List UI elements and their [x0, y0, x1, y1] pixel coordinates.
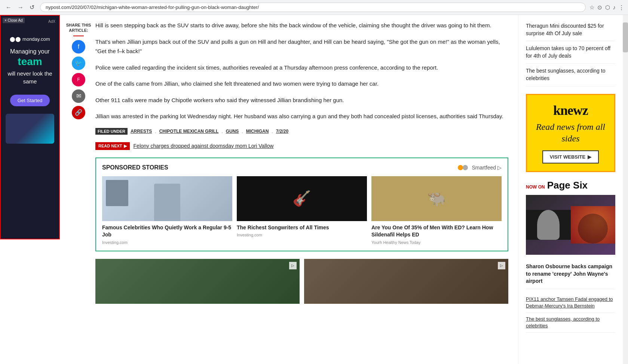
ps-img-right — [571, 206, 616, 244]
card-2-image: 🎸 — [237, 176, 367, 221]
bookmark-icon[interactable]: ☆ — [589, 4, 594, 11]
knewz-ad: knewz Read news from all sides VISIT WEB… — [526, 94, 615, 172]
article-para-5: Other 911 calls were made by Chipotle wo… — [95, 95, 508, 105]
read-next-badge: READ NEXT ▶ — [95, 142, 130, 150]
article-with-share: SHARE THIS ARTICLE: f 🐦 F ✉ 🔗 Hill is se… — [65, 15, 516, 309]
monday-dot: ⬤⬤ — [10, 36, 22, 42]
ad-headline2: will never look the same — [4, 70, 55, 85]
filed-tag-guns[interactable]: GUNS — [226, 129, 239, 134]
knewz-tagline: Read news from all sides — [534, 121, 607, 144]
read-next-arrow: ▶ — [124, 144, 127, 149]
ad-x-label: AdX — [48, 19, 55, 24]
video-thumb-1[interactable]: ▷ — [95, 259, 300, 304]
sponsored-stories-box: SPONSORED STORIES Smartfeed ▷ — [95, 157, 508, 251]
card-1-source: Investing.com — [102, 240, 232, 245]
bull-icon: 🐃 — [371, 176, 502, 221]
smartfeed-label: Smartfeed — [472, 165, 496, 171]
filed-under: FILED UNDER ARRESTS, CHIPOTLE MEXICAN GR… — [95, 128, 508, 135]
page-six-title: Page Six — [547, 180, 588, 191]
ad-team-word: team — [18, 56, 42, 68]
knewz-btn-icon: ▶ — [588, 154, 591, 160]
account-icon[interactable]: ⊙ — [597, 4, 602, 11]
ad-cta-button[interactable]: Get Started — [10, 95, 50, 106]
card-2-title: The Richest Songwriters of All Times — [237, 224, 367, 232]
forward-button[interactable]: → — [16, 3, 25, 12]
now-on-label: NOW ON — [526, 184, 545, 190]
video-play-1[interactable]: ▷ — [289, 262, 297, 269]
share-sidebar: SHARE THIS ARTICLE: f 🐦 F ✉ 🔗 — [65, 15, 92, 122]
twitter-share-button[interactable]: 🐦 — [72, 56, 85, 70]
monday-logo: ⬤⬤ monday.com — [10, 36, 50, 42]
link-share-button[interactable]: 🔗 — [72, 106, 85, 119]
ps-img-left — [526, 210, 571, 240]
card-1-image — [102, 176, 232, 221]
sponsored-header: SPONSORED STORIES Smartfeed ▷ — [102, 164, 502, 171]
close-ad-button[interactable]: × Close Ad — [3, 18, 25, 23]
article-para-3: Police were called regarding the inciden… — [95, 63, 508, 73]
video-row: ▷ ▷ — [95, 259, 508, 304]
sidebar-link-2[interactable]: Lululemon takes up to 70 percent off for… — [526, 41, 615, 64]
read-next-link[interactable]: Felony charges dropped against doomsday … — [134, 143, 274, 149]
sidebar-link-3[interactable]: The best sunglasses, according to celebr… — [526, 64, 615, 86]
page-six-story-2[interactable]: PIX11 anchor Tamsen Fadal engaged to Deb… — [526, 293, 615, 309]
guitarist-icon: 🎸 — [237, 176, 367, 221]
filed-under-label: FILED UNDER — [95, 128, 128, 135]
share-label: SHARE THIS ARTICLE: — [65, 22, 92, 33]
sponsored-card-1[interactable]: Famous Celebrities Who Quietly Work a Re… — [102, 176, 232, 245]
read-next: READ NEXT ▶ Felony charges dropped again… — [95, 142, 508, 150]
article-para-6: Jillian was arrested in the parking lot … — [95, 111, 508, 121]
card-2-source: Investing.com — [237, 233, 367, 237]
ad-image — [6, 114, 54, 144]
right-sidebar: Theragun Mini discounted $25 for surpris… — [518, 15, 623, 309]
page-six-header: NOW ON Page Six — [526, 180, 615, 191]
article-para-1: Hill is seen stepping back as the SUV st… — [95, 21, 508, 30]
browser-bar: ← → ↺ nypost.com/2020/07/02/michigan-whi… — [0, 0, 628, 15]
ad-headline1: Managing your — [10, 48, 50, 56]
sidebar-link-1[interactable]: Theragun Mini discounted $25 for surpris… — [526, 19, 615, 41]
facebook-share-button[interactable]: f — [72, 40, 85, 53]
video-play-2[interactable]: ▷ — [498, 262, 505, 269]
card-3-title: Are You One Of 35% of Men With ED? Learn… — [371, 224, 502, 239]
filed-tag-chipotle[interactable]: CHIPOTLE MEXICAN GRILL — [159, 129, 219, 134]
extension-icon[interactable]: ⬡ — [605, 4, 610, 11]
browser-icons: ☆ ⊙ ⬡ ♪ ⋮ — [589, 4, 625, 11]
sponsored-title: SPONSORED STORIES — [102, 164, 168, 171]
page-six-section: NOW ON Page Six Sharon Osbourne backs ca… — [526, 180, 615, 309]
page-six-image — [526, 195, 615, 255]
smartfeed-play-icon: ▷ — [497, 165, 502, 171]
sponsored-card-3[interactable]: 🐃 Are You One Of 35% of Men With ED? Lea… — [371, 176, 502, 245]
knewz-brand: knewz — [534, 103, 607, 118]
smartfeed-circle2 — [463, 165, 468, 170]
article-para-2: That's when Jillian jumps back out of th… — [95, 37, 508, 56]
filed-tag-date[interactable]: 7/2/20 — [276, 129, 288, 134]
url-text: nypost.com/2020/07/02/michigan-white-wom… — [46, 4, 580, 10]
page-six-story-1[interactable]: Sharon Osbourne backs campaign to rename… — [526, 259, 615, 289]
flipboard-share-button[interactable]: F — [72, 73, 85, 86]
card-3-image: 🐃 — [371, 176, 502, 221]
smartfeed-circle1 — [458, 165, 463, 170]
left-ad: × Close Ad AdX ⬤⬤ monday.com Managing yo… — [0, 15, 60, 239]
sponsored-card-2[interactable]: 🎸 The Richest Songwriters of All Times I… — [237, 176, 367, 245]
card-3-source: Yourh Healthy News Today — [371, 240, 502, 245]
share-divider — [73, 36, 84, 36]
address-bar[interactable]: nypost.com/2020/07/02/michigan-white-wom… — [40, 3, 586, 12]
sidebar-links: Theragun Mini discounted $25 for surpris… — [526, 19, 615, 86]
menu-icon[interactable]: ⋮ — [619, 4, 624, 11]
card-1-title: Famous Celebrities Who Quietly Work a Re… — [102, 224, 232, 239]
video-thumb-2[interactable]: ▷ — [304, 259, 508, 304]
browser-controls: ← → ↺ — [4, 3, 36, 12]
knewz-btn-label: VISIT WEBSITE — [550, 154, 585, 160]
filed-tag-michigan[interactable]: MICHIGAN — [246, 129, 269, 134]
sponsored-cards: Famous Celebrities Who Quietly Work a Re… — [102, 176, 502, 245]
page-layout: SHARE THIS ARTICLE: f 🐦 F ✉ 🔗 Hill is se… — [0, 15, 628, 309]
article-area: SHARE THIS ARTICLE: f 🐦 F ✉ 🔗 Hill is se… — [65, 15, 516, 309]
reload-button[interactable]: ↺ — [28, 3, 36, 12]
article-body: Hill is seen stepping back as the SUV st… — [65, 15, 516, 309]
smartfeed-logo: Smartfeed ▷ — [458, 165, 502, 171]
knewz-visit-button[interactable]: VISIT WEBSITE ▶ — [542, 150, 599, 163]
email-share-button[interactable]: ✉ — [72, 89, 85, 103]
filed-tag-arrests[interactable]: ARRESTS — [131, 129, 152, 134]
back-button[interactable]: ← — [4, 3, 13, 12]
article-para-4: One of the calls came from Jillian, who … — [95, 79, 508, 89]
extension2-icon[interactable]: ♪ — [613, 4, 616, 11]
